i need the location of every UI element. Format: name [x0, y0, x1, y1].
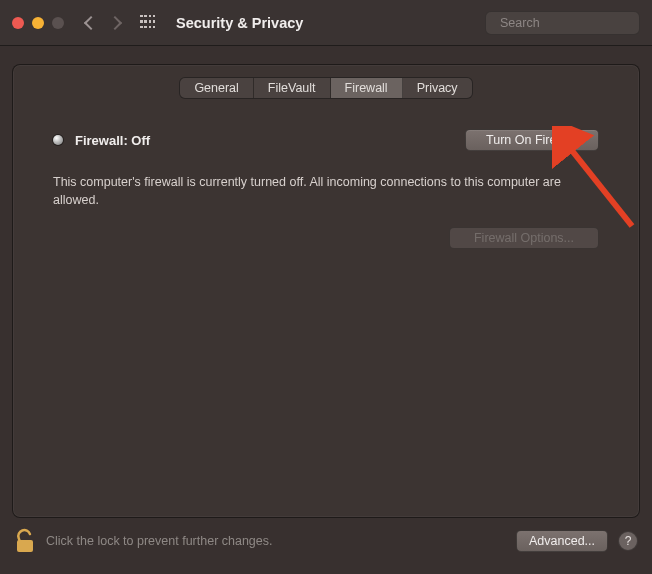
window-maximize-button[interactable] — [52, 17, 64, 29]
traffic-lights — [12, 17, 64, 29]
firewall-status-description: This computer's firewall is currently tu… — [53, 173, 573, 209]
lock-hint-text: Click the lock to prevent further change… — [46, 534, 273, 548]
lock-icon[interactable] — [14, 528, 36, 554]
firewall-status-label: Firewall: Off — [75, 133, 150, 148]
back-button[interactable] — [84, 15, 98, 29]
search-input[interactable] — [500, 16, 652, 30]
window-title: Security & Privacy — [176, 15, 303, 31]
turn-on-firewall-button[interactable]: Turn On Firewall — [465, 129, 599, 151]
svg-rect-3 — [17, 540, 33, 552]
firewall-options-button: Firewall Options... — [449, 227, 599, 249]
help-button[interactable]: ? — [618, 531, 638, 551]
window-minimize-button[interactable] — [32, 17, 44, 29]
window-close-button[interactable] — [12, 17, 24, 29]
forward-button — [108, 15, 122, 29]
advanced-button[interactable]: Advanced... — [516, 530, 608, 552]
tab-general[interactable]: General — [180, 78, 253, 98]
nav-arrows — [86, 18, 120, 28]
search-field[interactable] — [485, 11, 640, 35]
show-all-icon[interactable] — [140, 15, 156, 31]
firewall-status-indicator — [53, 135, 63, 145]
window-toolbar: Security & Privacy — [0, 0, 652, 46]
footer: Click the lock to prevent further change… — [0, 518, 652, 564]
segmented-control: General FileVault Firewall Privacy — [13, 77, 639, 99]
tab-privacy[interactable]: Privacy — [403, 78, 472, 98]
tab-filevault[interactable]: FileVault — [254, 78, 331, 98]
preferences-pane: General FileVault Firewall Privacy Firew… — [12, 64, 640, 518]
tab-firewall[interactable]: Firewall — [331, 78, 403, 98]
